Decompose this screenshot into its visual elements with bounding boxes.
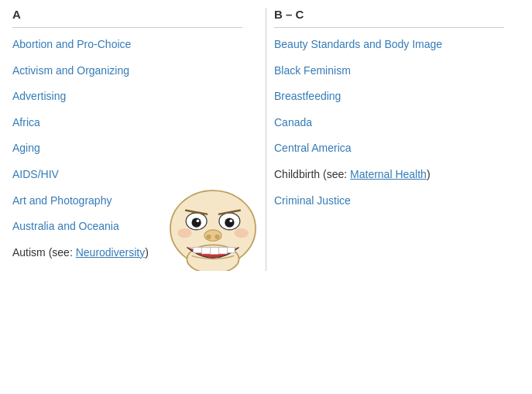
art-link[interactable]: Art and Photography xyxy=(12,194,112,207)
list-item: Childbirth (see: Maternal Health) xyxy=(274,167,504,183)
svg-point-4 xyxy=(192,218,201,228)
column-divider xyxy=(266,8,266,271)
childbirth-text: Childbirth (see: Maternal Health) xyxy=(274,168,431,180)
svg-rect-16 xyxy=(218,248,227,255)
autism-text: Autism (see: Neurodiversity) xyxy=(12,246,149,259)
aging-link[interactable]: Aging xyxy=(12,142,40,154)
page-container: A Abortion and Pro-Choice Activism and O… xyxy=(0,0,532,279)
list-item: Aging xyxy=(12,141,242,156)
list-item: Africa xyxy=(12,115,242,131)
list-item: Criminal Justice xyxy=(274,194,504,209)
column-bc-header: B – C xyxy=(274,8,504,28)
list-item: Central America xyxy=(274,141,504,156)
neurodiversity-link[interactable]: Neurodiversity xyxy=(76,246,145,259)
svg-point-7 xyxy=(229,220,232,223)
columns-wrapper: A Abortion and Pro-Choice Activism and O… xyxy=(12,8,520,271)
svg-point-12 xyxy=(215,235,219,239)
list-item: Abortion and Pro-Choice xyxy=(12,37,242,53)
australia-link[interactable]: Australia and Oceania xyxy=(12,220,119,232)
svg-rect-17 xyxy=(227,248,235,253)
list-item: Activism and Organizing xyxy=(12,63,242,79)
activism-link[interactable]: Activism and Organizing xyxy=(12,64,129,77)
svg-rect-13 xyxy=(193,248,201,253)
column-a-header: A xyxy=(12,8,242,28)
advertising-link[interactable]: Advertising xyxy=(12,90,66,102)
column-bc: B – C Beauty Standards and Body Image Bl… xyxy=(274,8,520,271)
troll-face-image xyxy=(163,186,263,271)
svg-point-5 xyxy=(225,218,234,228)
aids-link[interactable]: AIDS/HIV xyxy=(12,168,59,180)
svg-rect-15 xyxy=(210,248,218,255)
criminal-justice-link[interactable]: Criminal Justice xyxy=(274,194,351,207)
svg-rect-14 xyxy=(201,248,210,255)
svg-point-19 xyxy=(235,228,249,238)
africa-link[interactable]: Africa xyxy=(12,116,40,128)
central-america-link[interactable]: Central America xyxy=(274,142,352,154)
svg-point-11 xyxy=(206,235,211,239)
list-item: Canada xyxy=(274,115,504,131)
maternal-health-link[interactable]: Maternal Health xyxy=(350,168,427,180)
svg-point-18 xyxy=(177,228,191,238)
list-item: Beauty Standards and Body Image xyxy=(274,37,504,53)
list-item: AIDS/HIV xyxy=(12,167,242,183)
black-feminism-link[interactable]: Black Feminism xyxy=(274,64,351,77)
list-item: Breastfeeding xyxy=(274,89,504,104)
list-item: Advertising xyxy=(12,89,242,104)
beauty-link[interactable]: Beauty Standards and Body Image xyxy=(274,38,442,50)
breastfeeding-link[interactable]: Breastfeeding xyxy=(274,90,341,102)
canada-link[interactable]: Canada xyxy=(274,116,312,128)
abortion-link[interactable]: Abortion and Pro-Choice xyxy=(12,38,131,50)
svg-point-6 xyxy=(197,220,200,223)
list-item: Black Feminism xyxy=(274,63,504,79)
